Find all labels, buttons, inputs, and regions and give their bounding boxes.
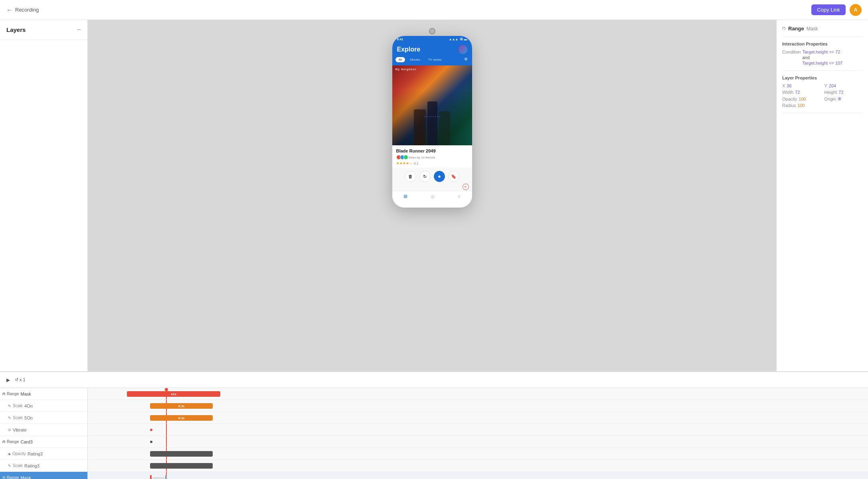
- tl-row-range-card3[interactable]: ⊓ Range Card3: [0, 436, 87, 448]
- nav-menu-icon[interactable]: ≡: [458, 194, 461, 199]
- loop-control[interactable]: ↺ x 1: [15, 377, 26, 382]
- width-label: Width: [782, 90, 793, 95]
- right-panel-header: ⊓ Range Mask: [782, 26, 862, 32]
- action-buttons: 🗑 ↻ ★ 🔖: [392, 168, 472, 184]
- play-button[interactable]: ▶: [6, 377, 10, 383]
- tl-row-range-mask-selected[interactable]: ⊓ Range Mask: [0, 472, 87, 479]
- avatar: A: [850, 4, 862, 16]
- x-label: X: [782, 83, 785, 88]
- y-value[interactable]: 204: [829, 83, 836, 88]
- top-bar: ← Recording Copy Link A: [0, 0, 868, 20]
- phone-status-bar: 9:41 ▲▲▲ ⦿ ▬: [392, 36, 472, 43]
- status-icons: ▲▲▲ ⦿ ▬: [449, 38, 467, 41]
- timeline-tracks: ●3s 8.3s 8.3s: [88, 388, 868, 479]
- opacity-icon: ◈: [8, 452, 11, 456]
- tl-row-scale-5on[interactable]: ✎ Scale 5On: [0, 412, 87, 424]
- track-range-card3: [88, 436, 868, 448]
- rating-row: ★★★★☆ 4.1: [396, 161, 468, 165]
- origin-value[interactable]: ⊕: [838, 96, 841, 101]
- nav-profile-icon[interactable]: ◎: [431, 194, 435, 199]
- filter-movies[interactable]: Movies: [407, 57, 423, 62]
- bar-label-1: ●3s: [170, 392, 178, 396]
- height-label: Height: [825, 90, 837, 95]
- radius-prop: Radius 100: [782, 103, 821, 108]
- resize-handle[interactable]: [424, 117, 440, 117]
- width-value[interactable]: 72: [795, 90, 800, 95]
- friend-avatar-3: [403, 155, 408, 160]
- timeline-content: ⊓ Range Mask ✎ Scale 4On ✎ Scale 5On ⊙ V…: [0, 388, 868, 479]
- scale-icon-3: ✎: [8, 464, 11, 468]
- wifi-icon: ⦿: [460, 38, 463, 41]
- refresh-button[interactable]: ↻: [419, 171, 431, 182]
- condition-label: Condition: [782, 49, 801, 54]
- filter-all[interactable]: All: [395, 57, 405, 62]
- width-prop: Width 72: [782, 90, 821, 95]
- filter-tabs: All Movies TV series 🔍: [392, 57, 472, 65]
- x-value[interactable]: 36: [787, 83, 791, 88]
- timeline-labels: ⊓ Range Mask ✎ Scale 4On ✎ Scale 5On ⊙ V…: [0, 388, 88, 479]
- y-label: Y: [825, 83, 827, 88]
- close-overlay-button[interactable]: ✕: [463, 184, 469, 190]
- back-button[interactable]: ← Recording: [6, 6, 39, 14]
- tl-row-range-mask-1[interactable]: ⊓ Range Mask: [0, 388, 87, 400]
- y-prop: Y 204: [825, 83, 863, 88]
- height-value[interactable]: 72: [838, 90, 843, 95]
- vibrate-dot: [150, 429, 152, 431]
- condition-values: Target.height >= 72 and Target.height <=…: [802, 49, 842, 65]
- track-scale-5on: 8.3s: [88, 412, 868, 424]
- interaction-properties: Condition Target.height >= 72 and Target…: [782, 49, 862, 65]
- nav-home-icon[interactable]: ⊞: [403, 194, 407, 199]
- tl-row-opacity-rating3[interactable]: ◈ Opacity Rating3: [0, 448, 87, 460]
- tl-row-scale-4on[interactable]: ✎ Scale 4On: [0, 400, 87, 412]
- track-opacity-rating3: [88, 448, 868, 460]
- interaction-section-label: Interaction Properties: [782, 42, 862, 46]
- movie-info: Blade Runner 2049 Seen by 14 friends ★★★…: [392, 145, 472, 168]
- range-panel-title: Range: [788, 26, 804, 32]
- condition-row: Condition Target.height >= 72 and Target…: [782, 49, 862, 65]
- bar-scale-4on[interactable]: 8.3s: [150, 403, 212, 409]
- origin-prop: Origin ⊕: [825, 96, 863, 101]
- phone-header: Explore: [392, 43, 472, 57]
- signal-icon: ▲▲▲: [449, 38, 459, 41]
- range-icon-2: ⊓: [2, 440, 5, 444]
- bar-scale-rating3[interactable]: [150, 463, 212, 469]
- origin-label: Origin: [825, 97, 836, 101]
- radius-label: Radius: [782, 103, 796, 108]
- track-range-mask-1: ●3s: [88, 388, 868, 400]
- handle-circle[interactable]: [429, 28, 435, 34]
- opacity-value[interactable]: 100: [799, 97, 806, 101]
- stars-icon: ★★★★☆: [396, 161, 412, 165]
- bar-scale-5on[interactable]: 8.3s: [150, 415, 212, 421]
- tl-row-scale-rating3[interactable]: ✎ Scale Rating3: [0, 460, 87, 472]
- bottom-nav: ⊞ ◎ ≡: [392, 191, 472, 202]
- delete-button[interactable]: 🗑: [405, 171, 416, 182]
- copy-link-button[interactable]: Copy Link: [811, 4, 846, 15]
- bar-range-mask-1[interactable]: ●3s: [127, 391, 221, 397]
- track-scale-rating3: [88, 460, 868, 472]
- condition-line-1: Target.height >= 72: [802, 49, 842, 54]
- movie-friends: Seen by 14 friends: [396, 155, 468, 160]
- back-arrow-icon: ←: [6, 6, 13, 14]
- bookmark-button[interactable]: 🔖: [448, 171, 459, 182]
- track-scale-4on: 8.3s: [88, 400, 868, 412]
- filter-tvseries[interactable]: TV series: [425, 57, 445, 62]
- bar-opacity-rating3[interactable]: [150, 451, 212, 457]
- range-panel-name: Mask: [807, 26, 818, 32]
- rating-value: 4.1: [414, 161, 419, 165]
- layers-close-icon[interactable]: −: [77, 26, 81, 34]
- page-title: Recording: [15, 7, 39, 13]
- radius-value[interactable]: 100: [797, 103, 805, 108]
- phone-time: 9:41: [397, 38, 403, 41]
- range-icon-3: ⊓: [2, 476, 5, 479]
- star-button[interactable]: ★: [434, 171, 445, 182]
- friend-avatars: [396, 155, 407, 160]
- height-prop: Height 72: [825, 90, 863, 95]
- timeline-toolbar: ▶ ↺ x 1: [0, 372, 868, 388]
- movie-card: My Neighbor Blade Runner 2049: [392, 65, 472, 168]
- layer-props-label: Layer Properties: [782, 75, 862, 80]
- phone-avatar: [459, 45, 467, 54]
- range-icon-1: ⊓: [2, 392, 5, 396]
- battery-icon: ▬: [464, 38, 467, 41]
- search-icon[interactable]: 🔍: [464, 57, 469, 62]
- tl-row-vibrate[interactable]: ⊙ Vibrate: [0, 424, 87, 436]
